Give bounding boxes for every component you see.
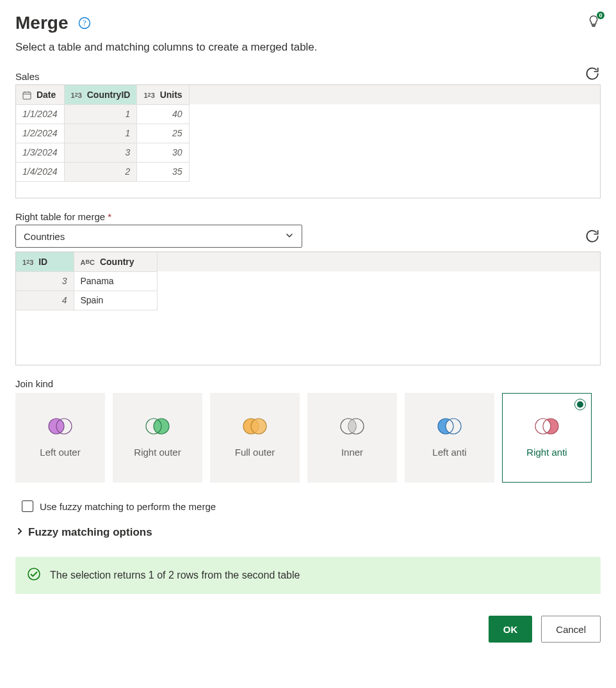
success-icon bbox=[27, 567, 41, 584]
right-table-label: Right table for merge * bbox=[15, 211, 601, 222]
right-table-dropdown[interactable]: Countries bbox=[15, 225, 302, 248]
svg-point-11 bbox=[251, 419, 266, 434]
table-row[interactable]: 1/4/2024 2 35 bbox=[16, 162, 189, 181]
right-table-row: Countries bbox=[15, 225, 601, 248]
dialog-header: Merge ? 0 bbox=[15, 13, 601, 33]
left-table-header: Sales bbox=[15, 65, 601, 82]
chevron-down-icon bbox=[285, 231, 294, 242]
join-option-inner[interactable]: Inner bbox=[307, 393, 397, 483]
cancel-button[interactable]: Cancel bbox=[541, 616, 601, 643]
refresh-right-button[interactable] bbox=[584, 228, 601, 244]
join-option-left-outer[interactable]: Left outer bbox=[15, 393, 105, 483]
tips-button[interactable]: 0 bbox=[587, 15, 601, 31]
join-option-left-anti[interactable]: Left anti bbox=[405, 393, 494, 483]
join-option-right-anti[interactable]: Right anti bbox=[502, 393, 592, 483]
tips-badge: 0 bbox=[597, 12, 604, 19]
left-table-preview: Date 123 CountryID 123 Units 1/1/2024 1 … bbox=[15, 84, 601, 198]
column-header-units[interactable]: 123 Units bbox=[137, 85, 189, 104]
venn-full-outer-icon bbox=[241, 417, 269, 438]
table-row[interactable]: 1/1/2024 1 40 bbox=[16, 104, 189, 124]
title-group: Merge ? bbox=[15, 13, 91, 33]
fuzzy-options-toggle[interactable]: Fuzzy matching options bbox=[15, 526, 601, 539]
ok-button[interactable]: OK bbox=[489, 616, 533, 643]
refresh-icon bbox=[584, 228, 601, 244]
date-type-icon bbox=[22, 91, 31, 100]
dialog-footer: OK Cancel bbox=[15, 616, 601, 643]
status-message: The selection returns 1 of 2 rows from t… bbox=[15, 557, 601, 594]
column-header-date[interactable]: Date bbox=[16, 85, 64, 104]
venn-left-anti-icon bbox=[435, 417, 464, 438]
join-kind-options: Left outer Right outer Full outer bbox=[15, 393, 601, 483]
fuzzy-matching-label: Use fuzzy matching to perform the merge bbox=[40, 501, 216, 512]
fuzzy-matching-row: Use fuzzy matching to perform the merge bbox=[15, 500, 601, 512]
refresh-left-button[interactable] bbox=[584, 65, 601, 82]
svg-point-26 bbox=[28, 568, 40, 580]
required-star: * bbox=[108, 211, 111, 222]
join-option-right-outer[interactable]: Right outer bbox=[113, 393, 202, 483]
table-row[interactable]: 4 Spain bbox=[16, 291, 157, 310]
join-kind-label: Join kind bbox=[15, 378, 601, 389]
column-header-countryid[interactable]: 123 CountryID bbox=[64, 85, 137, 104]
left-table-label: Sales bbox=[15, 71, 40, 82]
fuzzy-matching-checkbox[interactable] bbox=[22, 500, 33, 512]
help-icon[interactable]: ? bbox=[78, 17, 91, 29]
right-table-grid[interactable]: 123 ID ABC Country 3 Panama 4 Spain bbox=[16, 252, 158, 310]
venn-right-anti-icon bbox=[533, 417, 561, 438]
number-type-icon: 123 bbox=[22, 259, 33, 266]
table-row[interactable]: 1/2/2024 1 25 bbox=[16, 124, 189, 143]
left-table-grid[interactable]: Date 123 CountryID 123 Units 1/1/2024 1 … bbox=[16, 85, 190, 182]
join-option-full-outer[interactable]: Full outer bbox=[210, 393, 300, 483]
text-type-icon: ABC bbox=[81, 259, 95, 266]
table-row[interactable]: 3 Panama bbox=[16, 271, 157, 291]
table-row[interactable]: 1/3/2024 3 30 bbox=[16, 143, 189, 162]
number-type-icon: 123 bbox=[143, 92, 154, 99]
venn-left-outer-icon bbox=[46, 417, 74, 438]
svg-text:?: ? bbox=[83, 19, 86, 28]
column-header-country[interactable]: ABC Country bbox=[74, 252, 157, 271]
venn-right-outer-icon bbox=[143, 417, 172, 438]
dialog-title: Merge bbox=[15, 13, 68, 33]
svg-rect-2 bbox=[23, 92, 31, 99]
column-header-id[interactable]: 123 ID bbox=[16, 252, 74, 271]
number-type-icon: 123 bbox=[71, 92, 82, 99]
right-table-preview: 123 ID ABC Country 3 Panama 4 Spain bbox=[15, 252, 601, 365]
chevron-right-icon bbox=[15, 526, 24, 539]
venn-inner-icon bbox=[338, 417, 366, 438]
refresh-icon bbox=[584, 65, 601, 82]
dialog-subtitle: Select a table and matching columns to c… bbox=[15, 41, 601, 54]
